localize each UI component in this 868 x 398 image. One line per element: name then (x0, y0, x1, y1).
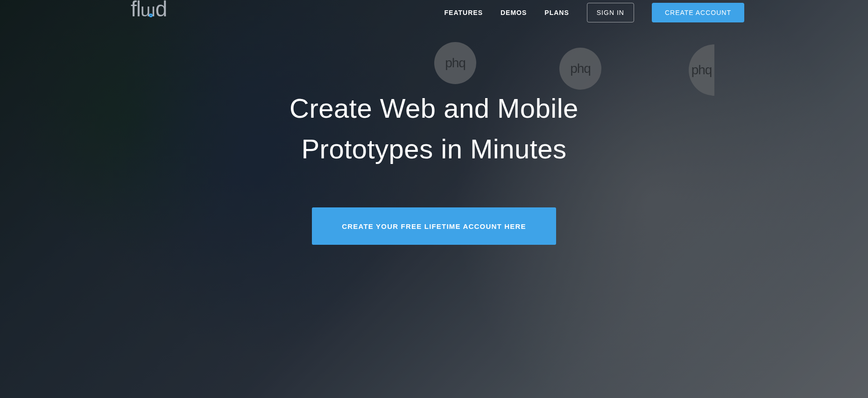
nav-link-features[interactable]: FEATURES (445, 9, 483, 16)
site-header: fluıd FEATURES DEMOS PLANS SIGN IN CREAT… (0, 0, 868, 23)
sign-in-button[interactable]: SIGN IN (587, 3, 634, 22)
logo[interactable]: fluıd (131, 0, 167, 28)
hero-content: Create Web and Mobile Prototypes in Minu… (0, 88, 868, 245)
hero-title-line: Prototypes in Minutes (301, 134, 566, 164)
primary-nav: FEATURES DEMOS PLANS SIGN IN CREATE ACCO… (445, 3, 744, 22)
hero-cta-button[interactable]: CREATE YOUR FREE LIFETIME ACCOUNT HERE (312, 207, 556, 245)
nav-link-plans[interactable]: PLANS (544, 9, 569, 16)
create-account-button[interactable]: CREATE ACCOUNT (652, 3, 744, 22)
logo-dot-icon (149, 14, 153, 17)
hero-title-line: Create Web and Mobile (289, 93, 579, 123)
hero-section: phq phq phq fluıd FEATURES DEMOS PLANS S… (0, 0, 868, 398)
hero-title: Create Web and Mobile Prototypes in Minu… (289, 88, 579, 169)
nav-link-demos[interactable]: DEMOS (501, 9, 527, 16)
